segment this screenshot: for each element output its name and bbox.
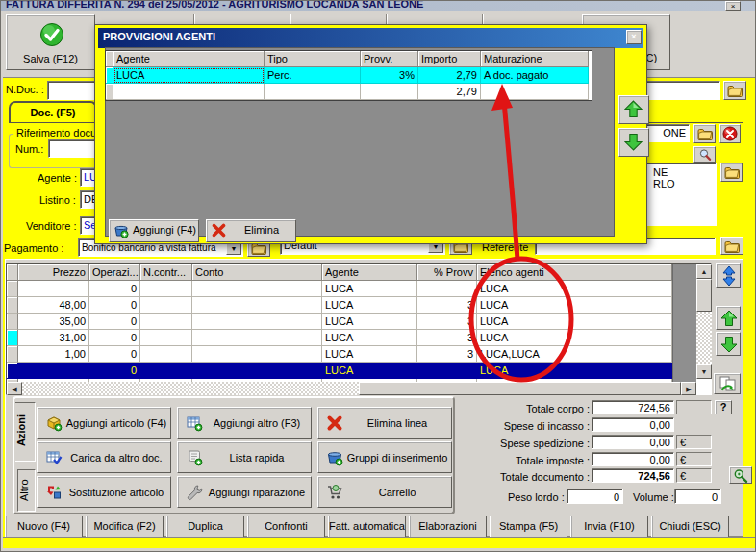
dialog-cell-agente[interactable]	[113, 84, 265, 100]
destinazione-list-folder-button[interactable]	[720, 163, 743, 182]
grid-cell-operazi[interactable]: 0	[89, 363, 140, 379]
dialog-column-header[interactable]: Provv.	[361, 51, 418, 67]
total-value[interactable]: 724,56	[592, 468, 674, 483]
action-button[interactable]: Lista rapida	[177, 441, 312, 473]
action-button[interactable]: Aggiungi articolo (F4)	[37, 407, 171, 439]
tab-azioni[interactable]: Azioni	[15, 402, 36, 462]
grid-cell-operazi[interactable]: 0	[89, 314, 140, 330]
refresh-lines-button[interactable]	[714, 373, 741, 394]
dialog-cell-sel[interactable]	[106, 67, 113, 84]
tab-altro[interactable]: Altro	[17, 469, 36, 512]
bottom-button[interactable]: Invia (F10)	[570, 516, 648, 537]
total-value[interactable]: 0,00	[592, 452, 674, 466]
action-button[interactable]: Aggiungi altro (F3)	[177, 407, 312, 439]
grid-vscroll-up[interactable]: ▲	[696, 264, 712, 279]
destinazione-folder-button[interactable]	[693, 124, 716, 143]
delete-commission-button[interactable]: Elimina	[206, 219, 296, 242]
grid-cell-provv[interactable]	[417, 281, 477, 297]
grid-cell-elenco[interactable]: LUCA	[477, 363, 672, 379]
grid-cell-sel[interactable]	[7, 363, 18, 379]
dialog-cell-provv[interactable]: 3%	[361, 67, 418, 84]
action-button[interactable]: Carica da altro doc.	[37, 441, 171, 473]
grid-cell-prezzo[interactable]: 35,00	[18, 314, 89, 330]
grid-vscroll-down[interactable]: ▼	[696, 364, 712, 379]
dialog-titlebar[interactable]: PROVVIGIONI AGENTI ×	[98, 28, 643, 48]
peso-lordo-input[interactable]: 0	[567, 489, 623, 504]
grid-column-header[interactable]: N.contr...	[140, 264, 192, 281]
grid-hscroll-thumb[interactable]	[359, 382, 681, 395]
grid-cell-provv[interactable]: 3	[417, 346, 477, 363]
table-row[interactable]: 2,79	[106, 84, 592, 100]
bottom-button[interactable]: Duplica	[166, 516, 244, 537]
grid-cell-agente[interactable]: LUCA	[322, 346, 417, 363]
dialog-cell-maturazione[interactable]: A doc. pagato	[481, 67, 589, 84]
list-item[interactable]: NE	[640, 166, 713, 178]
action-button[interactable]: Aggiungi riparazione	[177, 476, 312, 508]
bottom-button[interactable]: Confronti	[247, 516, 325, 537]
grid-cell-provv[interactable]: 3	[417, 330, 477, 346]
grid-cell-elenco[interactable]: LUCA,LUCA	[477, 346, 672, 363]
grid-hscroll-left[interactable]: ◀	[7, 382, 22, 395]
grid-cell-conto[interactable]	[192, 346, 322, 363]
total-value[interactable]: 0,00	[592, 417, 674, 432]
bottom-button[interactable]: Modifica (F2)	[86, 516, 164, 537]
table-row[interactable]: 0LUCALUCA	[7, 281, 711, 297]
row-down-button[interactable]	[716, 332, 741, 356]
grid-column-header[interactable]: % Provv	[417, 264, 477, 281]
grid-cell-conto[interactable]	[192, 314, 322, 330]
action-button[interactable]: Gruppi di inserimento	[317, 441, 452, 473]
grid-cell-sel[interactable]	[7, 314, 18, 330]
grid-column-header[interactable]: Agente	[322, 264, 417, 281]
grid-cell-agente[interactable]: LUCA	[322, 281, 417, 297]
detail-magnifier-button[interactable]	[729, 466, 752, 484]
dialog-cell-tipo[interactable]: Perc.	[265, 67, 361, 84]
grid-column-header[interactable]: Conto	[192, 264, 322, 281]
grid-hscroll-track[interactable]	[22, 382, 359, 395]
search-stamp-button[interactable]	[693, 146, 716, 163]
total-value[interactable]: 724,56	[592, 400, 674, 414]
commission-up-button[interactable]	[618, 95, 649, 124]
grid-column-header[interactable]: Elenco agenti	[477, 264, 672, 281]
table-row[interactable]: 35,000LUCA3LUCA	[7, 314, 711, 330]
bottom-button[interactable]: Elaborazioni	[409, 516, 487, 537]
grid-column-header[interactable]	[7, 264, 18, 281]
action-button[interactable]: Elimina linea	[317, 407, 452, 439]
grid-cell-prezzo[interactable]	[18, 281, 89, 297]
list-item[interactable]: RLO	[640, 178, 713, 189]
clear-destinazione-button[interactable]	[719, 124, 741, 143]
add-commission-button[interactable]: Aggiungi (F4)	[109, 219, 199, 242]
grid-cell-operazi[interactable]: 0	[89, 330, 140, 346]
bottom-button[interactable]: Stampa (F5)	[490, 516, 567, 537]
dialog-column-header[interactable]: Tipo	[265, 51, 361, 67]
dialog-cell-agente[interactable]: LUCA	[113, 67, 265, 84]
dialog-cell-maturazione[interactable]	[481, 84, 589, 100]
table-row[interactable]: LUCAPerc.3%2,79A doc. pagato	[106, 67, 592, 84]
grid-cell-prezzo[interactable]: 48,00	[18, 297, 89, 314]
grid-vscroll-thumb[interactable]	[696, 279, 712, 312]
dialog-cell-importo[interactable]: 2,79	[418, 67, 481, 84]
help-button[interactable]: ?	[715, 400, 732, 414]
grid-cell-ncontr[interactable]	[140, 330, 192, 346]
destinazione-listbox[interactable]: NE RLO	[636, 163, 717, 226]
grid-cell-ncontr[interactable]	[140, 297, 192, 314]
grid-cell-conto[interactable]	[192, 363, 322, 379]
grid-cell-ncontr[interactable]	[140, 346, 192, 363]
window-close-icon[interactable]: ×	[725, 1, 741, 11]
move-row-button[interactable]	[716, 263, 741, 288]
table-row[interactable]: 48,000LUCA3LUCA	[7, 297, 711, 314]
dialog-column-header[interactable]: Agente	[113, 51, 265, 67]
grid-cell-elenco[interactable]: LUCA	[477, 330, 672, 346]
grid-cell-sel[interactable]	[7, 297, 18, 314]
dialog-cell-provv[interactable]	[361, 84, 418, 100]
grid-cell-provv[interactable]: 3	[417, 314, 477, 330]
dialog-column-header[interactable]: Importo	[418, 51, 481, 67]
grid-column-header[interactable]: Prezzo	[18, 264, 89, 281]
dialog-cell-tipo[interactable]	[265, 84, 361, 100]
grid-cell-conto[interactable]	[192, 330, 322, 346]
grid-cell-operazi[interactable]: 0	[89, 297, 140, 314]
tab-doc[interactable]: Doc. (F5)	[9, 101, 97, 122]
grid-cell-elenco[interactable]: LUCA	[477, 314, 672, 330]
commission-down-button[interactable]	[618, 128, 649, 157]
table-row[interactable]: 1,000LUCA3LUCA,LUCA	[7, 346, 711, 363]
grid-cell-elenco[interactable]: LUCA	[477, 281, 672, 297]
